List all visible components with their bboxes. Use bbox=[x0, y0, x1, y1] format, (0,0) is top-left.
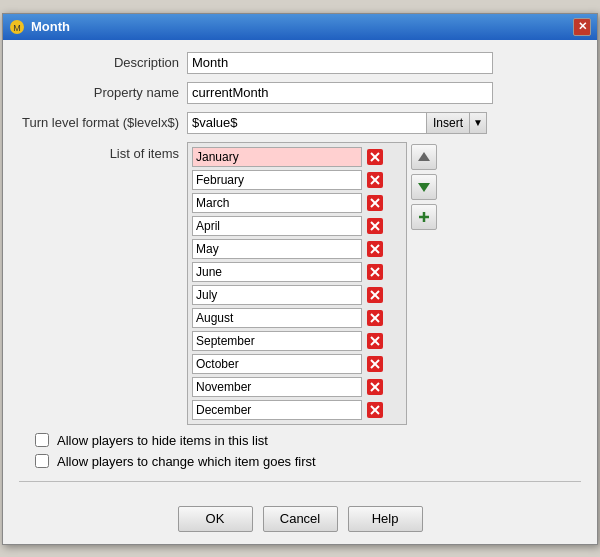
property-row: Property name bbox=[19, 82, 581, 104]
delete-icon bbox=[367, 241, 383, 257]
first-checkbox-row: Allow players to change which item goes … bbox=[35, 454, 581, 469]
ok-button[interactable]: OK bbox=[178, 506, 253, 532]
property-label: Property name bbox=[19, 85, 179, 100]
delete-item-button[interactable] bbox=[365, 400, 385, 420]
app-icon: M bbox=[9, 19, 25, 35]
side-buttons bbox=[411, 144, 437, 230]
format-label: Turn level format ($levelx$) bbox=[19, 115, 179, 130]
list-item bbox=[192, 285, 402, 305]
delete-item-button[interactable] bbox=[365, 308, 385, 328]
up-arrow-icon bbox=[417, 150, 431, 164]
delete-icon bbox=[367, 172, 383, 188]
format-input[interactable] bbox=[187, 112, 427, 134]
property-input[interactable] bbox=[187, 82, 493, 104]
titlebar-left: M Month bbox=[9, 19, 70, 35]
titlebar-title: Month bbox=[31, 19, 70, 34]
list-item bbox=[192, 239, 402, 259]
delete-item-button[interactable] bbox=[365, 216, 385, 236]
dialog-window: M Month ✕ Description Property name Turn… bbox=[2, 13, 598, 545]
delete-icon bbox=[367, 218, 383, 234]
list-item-input[interactable] bbox=[192, 216, 362, 236]
list-item-input[interactable] bbox=[192, 193, 362, 213]
format-input-group: Insert ▼ bbox=[187, 112, 487, 134]
help-button[interactable]: Help bbox=[348, 506, 423, 532]
delete-item-button[interactable] bbox=[365, 193, 385, 213]
list-items-container bbox=[187, 142, 437, 425]
list-label: List of items bbox=[19, 142, 179, 161]
cancel-button[interactable]: Cancel bbox=[263, 506, 338, 532]
svg-text:M: M bbox=[13, 23, 21, 33]
dialog-content: Description Property name Turn level for… bbox=[3, 40, 597, 498]
list-item-input[interactable] bbox=[192, 147, 362, 167]
delete-item-button[interactable] bbox=[365, 262, 385, 282]
add-icon bbox=[417, 210, 431, 224]
format-row: Turn level format ($levelx$) Insert ▼ bbox=[19, 112, 581, 134]
svg-marker-38 bbox=[418, 152, 430, 161]
delete-icon bbox=[367, 149, 383, 165]
list-item-input[interactable] bbox=[192, 170, 362, 190]
description-row: Description bbox=[19, 52, 581, 74]
list-item bbox=[192, 331, 402, 351]
titlebar: M Month ✕ bbox=[3, 14, 597, 40]
list-item-input[interactable] bbox=[192, 285, 362, 305]
description-input[interactable] bbox=[187, 52, 493, 74]
list-item-input[interactable] bbox=[192, 377, 362, 397]
hide-checkbox-label: Allow players to hide items in this list bbox=[57, 433, 268, 448]
svg-marker-39 bbox=[418, 183, 430, 192]
list-item bbox=[192, 147, 402, 167]
delete-item-button[interactable] bbox=[365, 331, 385, 351]
delete-item-button[interactable] bbox=[365, 285, 385, 305]
delete-icon bbox=[367, 195, 383, 211]
delete-item-button[interactable] bbox=[365, 354, 385, 374]
list-item-input[interactable] bbox=[192, 262, 362, 282]
list-item-input[interactable] bbox=[192, 308, 362, 328]
delete-icon bbox=[367, 287, 383, 303]
insert-button[interactable]: Insert bbox=[427, 112, 470, 134]
list-item bbox=[192, 377, 402, 397]
list-item-input[interactable] bbox=[192, 239, 362, 259]
list-item-input[interactable] bbox=[192, 331, 362, 351]
insert-dropdown-button[interactable]: ▼ bbox=[470, 112, 487, 134]
move-up-button[interactable] bbox=[411, 144, 437, 170]
delete-icon bbox=[367, 356, 383, 372]
close-button[interactable]: ✕ bbox=[573, 18, 591, 36]
list-item bbox=[192, 216, 402, 236]
list-item bbox=[192, 262, 402, 282]
delete-item-button[interactable] bbox=[365, 239, 385, 259]
list-item bbox=[192, 193, 402, 213]
delete-icon bbox=[367, 402, 383, 418]
checkboxes-section: Allow players to hide items in this list… bbox=[19, 433, 581, 469]
delete-item-button[interactable] bbox=[365, 377, 385, 397]
list-item-input[interactable] bbox=[192, 354, 362, 374]
footer-buttons: OK Cancel Help bbox=[3, 498, 597, 544]
list-item bbox=[192, 308, 402, 328]
add-item-button[interactable] bbox=[411, 204, 437, 230]
delete-item-button[interactable] bbox=[365, 170, 385, 190]
first-checkbox-label: Allow players to change which item goes … bbox=[57, 454, 316, 469]
hide-checkbox[interactable] bbox=[35, 433, 49, 447]
first-checkbox[interactable] bbox=[35, 454, 49, 468]
down-arrow-icon bbox=[417, 180, 431, 194]
move-down-button[interactable] bbox=[411, 174, 437, 200]
hide-checkbox-row: Allow players to hide items in this list bbox=[35, 433, 581, 448]
list-item bbox=[192, 170, 402, 190]
list-item bbox=[192, 400, 402, 420]
delete-icon bbox=[367, 333, 383, 349]
list-item bbox=[192, 354, 402, 374]
list-section: List of items bbox=[19, 142, 581, 425]
delete-icon bbox=[367, 310, 383, 326]
description-label: Description bbox=[19, 55, 179, 70]
list-items bbox=[187, 142, 407, 425]
delete-icon bbox=[367, 379, 383, 395]
delete-icon bbox=[367, 264, 383, 280]
divider bbox=[19, 481, 581, 482]
list-item-input[interactable] bbox=[192, 400, 362, 420]
delete-item-button[interactable] bbox=[365, 147, 385, 167]
